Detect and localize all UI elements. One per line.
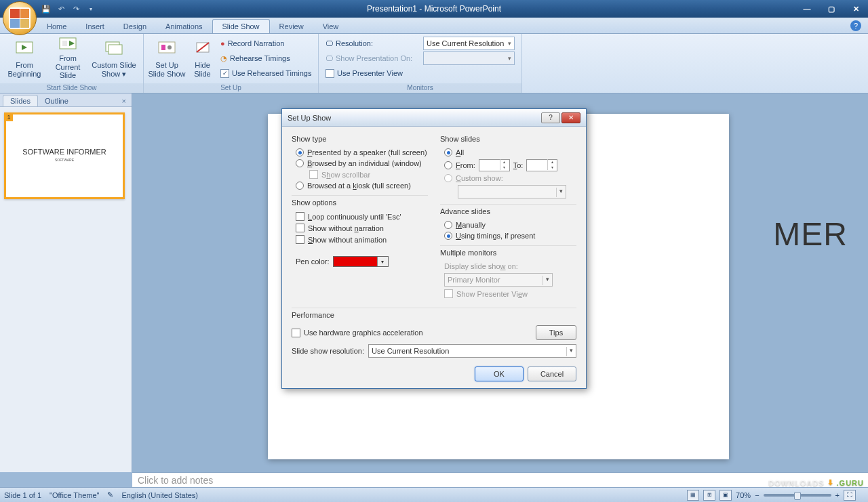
display-monitor-combo: Primary Monitor [444,273,553,287]
presenter-view-checkbox[interactable]: Use Presenter View [323,66,517,81]
manually-radio[interactable]: Manually [440,219,576,230]
help-icon[interactable]: ? [850,20,861,31]
slide-thumbnail[interactable]: 1 SOFTWARE INFORMER SOFTWARE [4,112,125,199]
loop-continuously-checkbox[interactable]: Loop continuously until 'Esc' [292,211,428,222]
slide-counter: Slide 1 of 1 [4,491,41,499]
hide-slide-button[interactable]: Hide Slide [187,36,218,81]
slides-tab[interactable]: Slides [3,95,38,106]
setup-icon [156,38,178,60]
language-indicator[interactable]: English (United States) [121,491,198,499]
close-button[interactable]: ✕ [846,3,865,15]
show-scrollbar-checkbox: Show scrollbar [292,169,428,180]
undo-icon[interactable]: ↶ [56,3,66,14]
record-icon: ● [220,39,225,47]
tab-insert[interactable]: Insert [76,20,114,33]
from-to-radio[interactable]: From: To: [440,158,576,173]
advance-slides-label: Advance slides [440,207,576,215]
svg-rect-7 [159,42,175,53]
pen-color-picker[interactable]: ▾ [333,256,389,267]
notes-area[interactable]: Click to add notes [132,472,868,487]
fit-to-window-button[interactable]: ⛶ [844,490,856,501]
cancel-button[interactable]: Cancel [528,367,576,381]
zoom-out-button[interactable]: − [755,491,759,499]
resolution-combo[interactable]: Use Current Resolution [423,37,515,50]
show-presenter-view-checkbox: Show Presenter View [440,288,576,299]
monitor-icon: 🖵 [326,54,333,62]
use-rehearsed-timings-checkbox[interactable]: ✓ Use Rehearsed Timings [218,66,314,81]
to-spinner[interactable] [526,159,557,171]
from-current-slide-button[interactable]: From Current Slide [46,36,90,81]
normal-view-button[interactable]: ▦ [687,490,699,501]
set-up-slide-show-button[interactable]: Set Up Slide Show [146,36,187,81]
quick-access-toolbar: 💾 ↶ ↷ ▾ [41,3,96,14]
custom-slide-show-button[interactable]: Custom Slide Show ▾ [90,36,138,81]
resolution-row: 🖵 Resolution: Use Current Resolution [323,36,517,51]
tab-design[interactable]: Design [114,20,156,33]
thumbnail-number: 1 [5,113,13,121]
from-spinner[interactable] [479,159,510,171]
tab-view[interactable]: View [313,20,349,33]
group-label: Start Slide Show [0,83,143,93]
without-animation-checkbox[interactable]: Show without animation [292,234,428,245]
show-on-row: 🖵 Show Presentation On: [323,51,517,66]
svg-rect-6 [108,45,122,54]
tab-slide-show[interactable]: Slide Show [212,19,270,33]
show-slides-label: Show slides [440,135,576,143]
app-title: Presentation1 - Microsoft PowerPoint [367,4,501,14]
svg-rect-8 [161,45,165,50]
custom-show-radio: Custom show: [440,173,576,184]
without-narration-checkbox[interactable]: Show without narration [292,222,428,234]
zoom-percentage[interactable]: 70% [736,491,751,499]
office-button[interactable] [3,1,37,35]
zoom-slider[interactable] [764,494,831,497]
ribbon: From Beginning From Current Slide Custom… [0,34,868,93]
slide-panel: Slides Outline × 1 SOFTWARE INFORMER SOF… [0,93,132,472]
ok-button[interactable]: OK [475,367,524,381]
browsed-individual-radio[interactable]: Browsed by an individual (window) [292,158,428,169]
statusbar: Slide 1 of 1 "Office Theme" ✎ English (U… [0,487,868,502]
dialog-titlebar[interactable]: Set Up Show ? ✕ [282,109,586,127]
tab-review[interactable]: Review [270,20,313,33]
outline-tab[interactable]: Outline [38,96,75,106]
sorter-view-button[interactable]: ⊞ [703,490,715,501]
browsed-kiosk-radio[interactable]: Browsed at a kiosk (full screen) [292,180,428,191]
spellcheck-icon[interactable]: ✎ [107,490,113,499]
show-type-label: Show type [292,135,428,143]
performance-label: Performance [292,311,576,319]
custom-show-combo [458,185,566,198]
redo-icon[interactable]: ↷ [71,3,81,14]
svg-point-9 [167,45,172,49]
slide-show-resolution-combo[interactable]: Use Current Resolution [368,344,576,358]
maximize-button[interactable]: ▢ [822,3,841,15]
display-on-label: Display slide show on: [440,261,576,272]
all-slides-radio[interactable]: All [440,147,576,158]
tab-animations[interactable]: Animations [156,20,212,33]
presented-by-speaker-radio[interactable]: Presented by a speaker (full screen) [292,147,428,158]
set-up-show-dialog: Set Up Show ? ✕ Show type Presented by a… [281,108,587,389]
multiple-monitors-label: Multiple monitors [440,249,576,257]
clock-icon: ◔ [220,54,227,63]
dialog-close-button[interactable]: ✕ [561,112,580,123]
zoom-in-button[interactable]: + [835,491,840,499]
rehearse-timings-button[interactable]: ◔ Rehearse Timings [218,51,314,66]
slide-show-resolution-label: Slide show resolution: [292,347,364,355]
tab-home[interactable]: Home [37,20,76,33]
ribbon-tabs: Home Insert Design Animations Slide Show… [0,18,868,34]
titlebar: 💾 ↶ ↷ ▾ Presentation1 - Microsoft PowerP… [0,0,868,18]
download-icon: ⬇ [827,478,834,487]
slideshow-view-button[interactable]: ▣ [719,490,732,501]
tips-button[interactable]: Tips [536,325,576,340]
qat-dropdown-icon[interactable]: ▾ [85,3,96,14]
checkbox-icon [326,69,334,78]
save-icon[interactable]: 💾 [41,3,52,14]
hw-acceleration-checkbox[interactable]: Use hardware graphics acceleration [292,327,532,339]
record-narration-button[interactable]: ● Record Narration [218,36,314,51]
dialog-help-button[interactable]: ? [541,112,560,123]
using-timings-radio[interactable]: Using timings, if present [440,230,576,241]
custom-show-icon [103,38,125,60]
group-label: Set Up [144,83,318,93]
from-beginning-button[interactable]: From Beginning [3,36,46,81]
panel-close-icon[interactable]: × [119,96,129,106]
minimize-button[interactable]: — [797,3,816,15]
monitor-icon: 🖵 [326,39,333,47]
